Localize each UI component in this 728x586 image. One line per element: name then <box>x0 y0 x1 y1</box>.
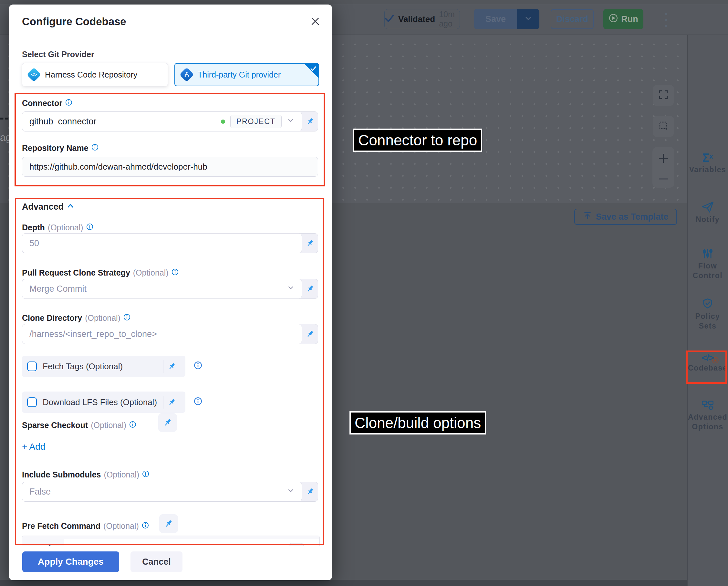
apply-changes-button[interactable]: Apply Changes <box>22 552 119 572</box>
validated-label: Validated <box>398 14 435 24</box>
provider-option-harness[interactable]: </> Harness Code Repository <box>22 63 168 86</box>
annotation-box-connector <box>15 93 325 186</box>
top-strip <box>0 0 728 4</box>
selected-check-icon <box>310 65 317 72</box>
save-as-template-button[interactable]: Save as Template <box>574 209 677 225</box>
git-provider-icon <box>180 68 193 81</box>
modal-title: Configure Codebase <box>22 16 126 28</box>
close-button[interactable] <box>309 16 322 28</box>
annotation-box-codebase <box>686 351 727 384</box>
sidebar-item-advanced-options[interactable]: AdvancedOptions <box>687 399 728 432</box>
annotation-note-clone: Clone/build options <box>349 411 486 434</box>
annotation-note-connector: Connector to repo <box>353 129 482 152</box>
zoom-controls <box>652 147 674 188</box>
cancel-button[interactable]: Cancel <box>130 552 182 572</box>
pipeline-edge-fragment <box>0 118 8 120</box>
sidebar-item-policy-sets[interactable]: PolicySets <box>687 298 728 331</box>
sigma-icon: Σx <box>702 157 713 163</box>
fit-to-screen-button[interactable] <box>653 85 674 106</box>
provider-option-thirdparty[interactable]: Third-party Git provider <box>175 63 319 86</box>
run-label: Run <box>621 14 638 24</box>
sidebar-item-variables[interactable]: Σx Variables <box>687 151 728 174</box>
paper-plane-icon <box>701 209 714 214</box>
workflow-gear-icon <box>701 406 714 412</box>
annotation-box-advanced <box>15 198 324 545</box>
play-circle-icon <box>608 13 618 25</box>
fullscreen-icon <box>658 89 669 101</box>
marquee-select-button[interactable] <box>653 116 674 137</box>
zoom-out-button[interactable] <box>658 176 669 182</box>
bottom-strip <box>0 580 687 586</box>
check-icon <box>385 14 394 25</box>
upload-icon <box>583 211 592 223</box>
shield-check-icon <box>702 306 714 311</box>
screen: ag Validated 10m ago Save Discard Run <box>0 0 728 586</box>
run-button[interactable]: Run <box>603 9 643 29</box>
sliders-icon <box>702 255 714 261</box>
save-split-button[interactable]: Save <box>474 9 539 29</box>
marquee-selection-icon <box>658 120 669 132</box>
sidebar-item-flow-control[interactable]: FlowControl <box>687 248 728 280</box>
validated-time: 10m ago <box>439 10 460 28</box>
chevron-down-icon <box>524 14 533 24</box>
discard-button[interactable]: Discard <box>551 9 594 29</box>
sidebar-item-notify[interactable]: Notify <box>687 201 728 224</box>
close-icon <box>310 17 320 27</box>
harness-code-icon: </> <box>27 68 41 81</box>
save-button[interactable]: Save <box>474 9 517 29</box>
zoom-in-button[interactable] <box>658 153 669 165</box>
git-provider-label: Select Git Provider <box>22 50 94 59</box>
save-dropdown-button[interactable] <box>517 9 539 29</box>
save-as-template-label: Save as Template <box>596 212 669 222</box>
more-options-menu[interactable] <box>663 13 669 27</box>
modal-footer: Apply Changes Cancel <box>9 546 332 580</box>
validated-status-badge[interactable]: Validated 10m ago <box>384 9 460 29</box>
